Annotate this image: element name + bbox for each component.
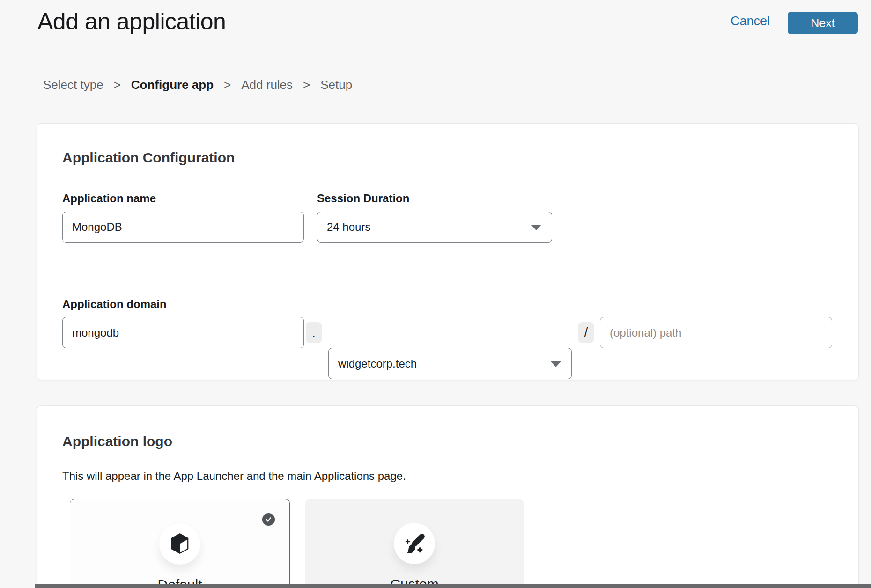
custom-logo-circle bbox=[394, 523, 435, 564]
cube-icon bbox=[170, 532, 190, 556]
session-duration-select[interactable]: 24 hours bbox=[317, 212, 552, 243]
application-configuration-heading: Application Configuration bbox=[62, 149, 235, 166]
dot-separator: . bbox=[306, 322, 322, 343]
chevron-down-icon bbox=[551, 361, 561, 367]
slash-separator: / bbox=[578, 322, 594, 343]
step-setup[interactable]: Setup bbox=[320, 78, 352, 92]
selected-check-icon bbox=[262, 513, 275, 526]
application-domain-label: Application domain bbox=[62, 298, 167, 311]
application-configuration-card: Application Configuration Application na… bbox=[37, 123, 859, 380]
application-logo-heading: Application logo bbox=[62, 433, 172, 450]
step-add-rules[interactable]: Add rules bbox=[241, 78, 293, 92]
domain-select[interactable]: widgetcorp.tech bbox=[328, 348, 572, 379]
chevron-down-icon bbox=[531, 225, 541, 230]
logo-option-custom[interactable]: Custom bbox=[305, 499, 524, 588]
next-button[interactable]: Next bbox=[788, 12, 858, 34]
application-logo-description: This will appear in the App Launcher and… bbox=[62, 470, 406, 483]
page-title: Add an application bbox=[37, 7, 226, 36]
application-logo-card: Application logo This will appear in the… bbox=[37, 405, 859, 588]
application-name-input[interactable] bbox=[62, 212, 304, 243]
breadcrumb-separator: > bbox=[303, 78, 310, 92]
subdomain-input[interactable] bbox=[62, 317, 304, 348]
breadcrumb: Select type > Configure app > Add rules … bbox=[43, 78, 352, 92]
application-name-label: Application name bbox=[62, 192, 156, 205]
breadcrumb-separator: > bbox=[224, 78, 231, 92]
default-logo-circle bbox=[159, 523, 200, 565]
path-input[interactable] bbox=[600, 317, 832, 348]
step-select-type[interactable]: Select type bbox=[43, 78, 103, 92]
cancel-button[interactable]: Cancel bbox=[731, 14, 770, 29]
step-configure-app[interactable]: Configure app bbox=[131, 78, 214, 92]
bottom-edge-bar bbox=[35, 584, 871, 588]
logo-option-default[interactable]: Default bbox=[70, 499, 290, 588]
session-duration-label: Session Duration bbox=[317, 192, 409, 205]
breadcrumb-separator: > bbox=[114, 78, 121, 92]
session-duration-value: 24 hours bbox=[327, 220, 370, 234]
domain-value: widgetcorp.tech bbox=[338, 357, 417, 370]
paintbrush-icon bbox=[403, 532, 426, 555]
